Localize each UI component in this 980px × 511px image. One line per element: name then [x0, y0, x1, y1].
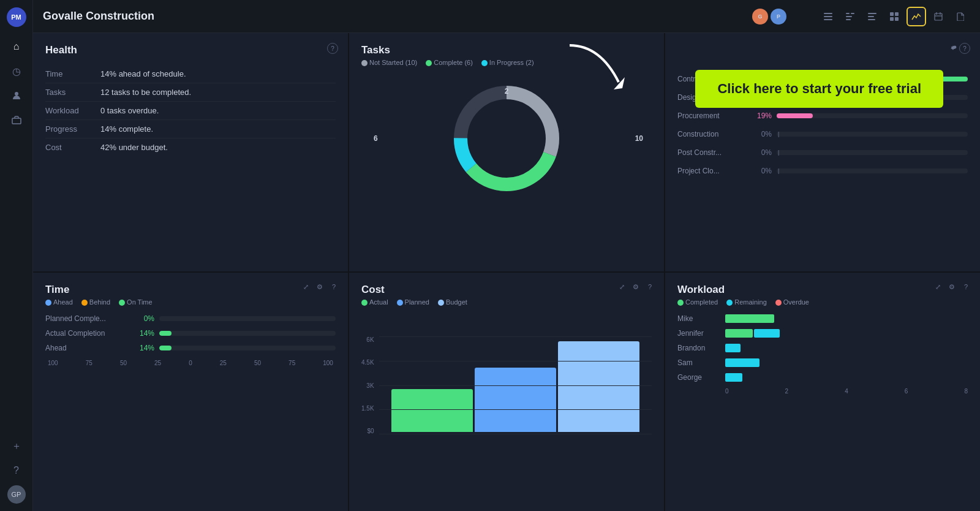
health-row: Time14% ahead of schedule.: [45, 65, 336, 83]
workload-legend-item: Overdue: [775, 298, 809, 306]
progress-pct: 0%: [750, 148, 772, 157]
progress-row: Project Clo... 0% |: [677, 167, 968, 175]
sidebar-item-add[interactable]: ＋: [7, 436, 26, 456]
time-panel-icons: ⤢ ⚙ ?: [300, 281, 339, 292]
workload-completed-bar: [725, 329, 753, 338]
toolbar-chart[interactable]: [907, 7, 926, 26]
workload-bars: [725, 329, 968, 338]
health-row-label: Workload: [45, 102, 100, 120]
progress-pct: 0%: [750, 130, 772, 138]
cost-legend: Actual Planned Budget: [361, 298, 652, 306]
time-bar: [159, 331, 172, 336]
dashboard: Health ? Time14% ahead of schedule.Tasks…: [33, 33, 980, 511]
toolbar-calendar[interactable]: [929, 7, 948, 26]
tasks-right-gear[interactable]: [951, 43, 959, 53]
progress-bar-fill: [777, 113, 813, 118]
progress-bar-track: |: [777, 150, 968, 155]
cost-bars: [379, 336, 652, 434]
legend-dot: [397, 300, 403, 306]
toolbar-file[interactable]: [951, 7, 970, 26]
cost-expand-icon[interactable]: ⤢: [616, 281, 627, 292]
cost-bar-group: [391, 341, 639, 432]
sidebar-item-users[interactable]: [7, 86, 26, 105]
health-row: Workload0 tasks overdue.: [45, 102, 336, 120]
time-bar-wrap: [159, 316, 336, 321]
avatar-p[interactable]: P: [771, 9, 786, 25]
health-row-label: Tasks: [45, 83, 100, 102]
svg-rect-13: [895, 12, 899, 16]
health-row-value: 14% complete.: [100, 120, 336, 138]
sidebar-item-home[interactable]: ⌂: [7, 37, 26, 56]
tasks-legend-item: Not Started (10): [361, 59, 417, 66]
workload-name: George: [677, 373, 720, 382]
sidebar-item-clock[interactable]: ◷: [7, 61, 26, 81]
svg-rect-10: [868, 16, 874, 17]
workload-rows: Mike Jennifer Brandon Sam George: [677, 314, 968, 382]
time-expand-icon[interactable]: ⤢: [300, 281, 311, 292]
tasks-progress-panel: ? Contracts 100% Design 80% Procurement …: [665, 33, 980, 271]
toolbar-list[interactable]: [818, 7, 838, 26]
health-panel: Health ? Time14% ahead of schedule.Tasks…: [33, 33, 348, 271]
time-legend-item: Behind: [81, 298, 110, 306]
svg-rect-7: [846, 19, 851, 20]
sidebar-item-briefcase[interactable]: [7, 110, 26, 130]
toolbar-align[interactable]: [862, 7, 882, 26]
health-row-label: Time: [45, 65, 100, 83]
cost-help-icon[interactable]: ?: [644, 281, 655, 292]
legend-dot: [481, 60, 488, 66]
svg-rect-8: [851, 13, 854, 14]
workload-name: Brandon: [677, 344, 720, 352]
toolbar-grid[interactable]: [884, 7, 904, 26]
progress-bar-track: [777, 77, 968, 81]
health-table: Time14% ahead of schedule.Tasks12 tasks …: [45, 65, 336, 156]
avatar-g[interactable]: G: [752, 9, 768, 25]
workload-remaining-bar: [725, 373, 742, 382]
time-help-icon[interactable]: ?: [328, 281, 339, 292]
app-logo[interactable]: PM: [7, 7, 26, 27]
progress-pct: 80%: [750, 93, 772, 102]
workload-expand-icon[interactable]: ⤢: [932, 281, 943, 292]
time-panel: Time ⤢ ⚙ ? AheadBehindOn Time Planned Co…: [33, 273, 348, 511]
time-row-pct: 14%: [130, 344, 154, 352]
workload-name: Mike: [677, 314, 720, 323]
svg-rect-4: [824, 19, 832, 20]
svg-rect-5: [846, 13, 850, 14]
workload-panel-icons: ⤢ ⚙ ?: [932, 281, 971, 292]
workload-legend-item: Remaining: [726, 298, 767, 306]
workload-title: Workload: [677, 284, 968, 296]
time-row: Actual Completion 14%: [45, 329, 336, 338]
cost-gear-icon[interactable]: ⚙: [630, 281, 641, 292]
cost-legend-item: Budget: [438, 298, 467, 306]
health-row: Cost42% under budget.: [45, 138, 336, 157]
progress-row: Post Constr... 0% |: [677, 148, 968, 157]
workload-name: Jennifer: [677, 329, 720, 338]
health-row: Tasks12 tasks to be completed.: [45, 83, 336, 102]
user-avatar[interactable]: GP: [7, 485, 26, 504]
progress-bar-track: [777, 113, 968, 118]
workload-axis: 02468: [677, 388, 968, 395]
progress-row: Design 80%: [677, 93, 968, 102]
legend-dot: [361, 60, 368, 66]
progress-bar-track: [777, 95, 968, 100]
sidebar-item-help[interactable]: ?: [7, 461, 26, 480]
time-gear-icon[interactable]: ⚙: [314, 281, 325, 292]
cost-bar-actual: [391, 389, 473, 432]
cost-bar-planned: [475, 368, 556, 432]
progress-row: Contracts 100%: [677, 75, 968, 83]
progress-row: Procurement 19%: [677, 112, 968, 120]
workload-name: Sam: [677, 358, 720, 367]
topbar: Govalle Construction G P: [33, 0, 980, 33]
cost-bar-budget: [558, 341, 639, 432]
legend-dot: [45, 300, 51, 306]
health-help[interactable]: ?: [327, 43, 338, 54]
time-row-label: Planned Comple...: [45, 314, 125, 323]
toolbar-gantt[interactable]: [840, 7, 860, 26]
workload-row: Brandon: [677, 344, 968, 352]
workload-row: George: [677, 373, 968, 382]
tasks-right-help[interactable]: ?: [959, 43, 970, 54]
workload-gear-icon[interactable]: ⚙: [946, 281, 957, 292]
time-legend: AheadBehindOn Time: [45, 298, 336, 306]
workload-help-icon[interactable]: ?: [960, 281, 971, 292]
tasks-legend-item: Complete (6): [426, 59, 473, 66]
donut-label-2: 2: [505, 87, 509, 96]
